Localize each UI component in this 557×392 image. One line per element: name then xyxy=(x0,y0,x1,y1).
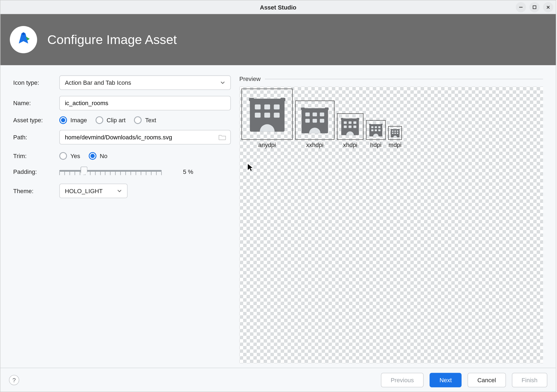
trim-radio-group: YesNo xyxy=(59,152,231,160)
name-field-wrapper xyxy=(59,96,231,110)
form-column: Icon type: Action Bar and Tab Icons Name… xyxy=(13,76,231,363)
svg-rect-44 xyxy=(398,129,400,130)
chevron-down-icon xyxy=(220,80,225,85)
radio-label: Text xyxy=(145,117,156,124)
radio-label: Image xyxy=(70,117,87,124)
preview-thumb-hdpi[interactable]: hdpi xyxy=(366,120,386,148)
cursor-icon xyxy=(247,164,253,173)
svg-rect-28 xyxy=(349,121,352,124)
preview-header: Preview xyxy=(239,76,543,82)
theme-value: HOLO_LIGHT xyxy=(65,187,103,194)
preview-cell xyxy=(337,113,363,140)
svg-rect-40 xyxy=(375,129,377,131)
titlebar: Asset Studio xyxy=(1,1,556,14)
footer: ? Previous Next Cancel Finish xyxy=(1,368,556,392)
preview-thumb-mdpi[interactable]: mdpi xyxy=(388,126,402,148)
svg-rect-37 xyxy=(375,126,377,128)
svg-rect-7 xyxy=(249,98,254,101)
radio-icon xyxy=(59,116,67,124)
radio-icon xyxy=(95,116,103,124)
android-studio-icon xyxy=(10,26,37,53)
svg-rect-45 xyxy=(392,130,393,132)
cancel-button[interactable]: Cancel xyxy=(468,373,506,387)
svg-rect-23 xyxy=(320,119,324,123)
path-label: Path: xyxy=(13,134,59,141)
name-input[interactable] xyxy=(65,100,225,106)
preview-label: Preview xyxy=(239,76,261,82)
svg-rect-14 xyxy=(274,112,279,117)
svg-rect-19 xyxy=(312,113,317,117)
svg-rect-36 xyxy=(371,126,373,128)
folder-icon[interactable] xyxy=(218,134,226,140)
path-input[interactable] xyxy=(65,134,225,141)
svg-rect-11 xyxy=(274,104,279,109)
preview-thumb-xxhdpi[interactable]: xxhdpi xyxy=(295,101,334,148)
radio-label: Clip art xyxy=(107,117,126,124)
next-button[interactable]: Next xyxy=(430,373,462,387)
maximize-button[interactable] xyxy=(529,2,540,12)
svg-rect-22 xyxy=(312,119,317,123)
svg-rect-29 xyxy=(354,121,357,124)
preview-cell xyxy=(295,101,334,140)
svg-rect-21 xyxy=(305,119,310,123)
svg-rect-1 xyxy=(533,6,536,9)
svg-rect-27 xyxy=(344,121,347,124)
content-area: Icon type: Action Bar and Tab Icons Name… xyxy=(1,65,556,368)
path-field-wrapper xyxy=(59,130,231,144)
theme-combo[interactable]: HOLO_LIGHT xyxy=(59,184,128,198)
window-title: Asset Studio xyxy=(260,4,296,10)
radio-icon xyxy=(89,152,96,160)
svg-rect-20 xyxy=(320,113,324,117)
svg-rect-9 xyxy=(255,104,260,109)
asset-type-option-image[interactable]: Image xyxy=(59,116,87,124)
preview-cell xyxy=(388,126,402,140)
svg-rect-17 xyxy=(325,108,329,110)
preview-caption: hdpi xyxy=(370,142,382,148)
window-controls xyxy=(516,2,553,12)
close-button[interactable] xyxy=(543,2,553,12)
svg-rect-41 xyxy=(378,129,380,131)
asset-type-option-text[interactable]: Text xyxy=(134,116,156,124)
finish-button[interactable]: Finish xyxy=(512,373,547,387)
icon-type-label: Icon type: xyxy=(13,79,59,86)
page-title: Configure Image Asset xyxy=(47,32,177,47)
preview-cell xyxy=(242,89,293,140)
padding-slider[interactable] xyxy=(59,166,162,178)
padding-value: 5 % xyxy=(168,168,193,175)
previous-button[interactable]: Previous xyxy=(381,373,424,387)
asset-type-option-clip-art[interactable]: Clip art xyxy=(95,116,125,124)
preview-thumb-anydpi[interactable]: anydpi xyxy=(242,89,293,148)
svg-rect-34 xyxy=(369,124,371,125)
radio-label: Yes xyxy=(70,153,80,159)
help-button[interactable]: ? xyxy=(9,375,19,385)
svg-rect-16 xyxy=(301,108,305,110)
svg-rect-13 xyxy=(264,112,270,117)
svg-rect-43 xyxy=(390,129,392,130)
preview-column: Preview anydpi xyxy=(239,76,543,363)
radio-icon xyxy=(59,152,67,160)
svg-rect-26 xyxy=(357,118,359,120)
preview-caption: xxhdpi xyxy=(306,142,323,148)
icon-type-combo[interactable]: Action Bar and Tab Icons xyxy=(59,76,231,90)
banner: Configure Image Asset xyxy=(1,14,556,65)
icon-type-value: Action Bar and Tab Icons xyxy=(65,79,131,86)
minimize-button[interactable] xyxy=(516,2,526,12)
svg-rect-10 xyxy=(264,104,270,109)
preview-cell xyxy=(366,120,386,140)
svg-rect-38 xyxy=(378,126,380,128)
svg-rect-30 xyxy=(344,126,347,128)
svg-rect-46 xyxy=(394,130,396,132)
trim-option-yes[interactable]: Yes xyxy=(59,152,80,160)
radio-icon xyxy=(134,116,142,124)
preview-caption: xhdpi xyxy=(343,142,357,148)
trim-option-no[interactable]: No xyxy=(89,152,107,160)
preview-thumb-xhdpi[interactable]: xhdpi xyxy=(337,113,363,148)
asset-type-radio-group: ImageClip artText xyxy=(59,116,231,124)
asset-studio-window: Asset Studio Configure Image Asset xyxy=(0,0,556,392)
svg-point-5 xyxy=(22,32,25,35)
preview-caption: mdpi xyxy=(389,142,402,148)
name-label: Name: xyxy=(13,100,59,106)
svg-rect-25 xyxy=(341,118,344,120)
preview-caption: anydpi xyxy=(258,142,276,148)
asset-type-label: Asset type: xyxy=(13,117,59,124)
